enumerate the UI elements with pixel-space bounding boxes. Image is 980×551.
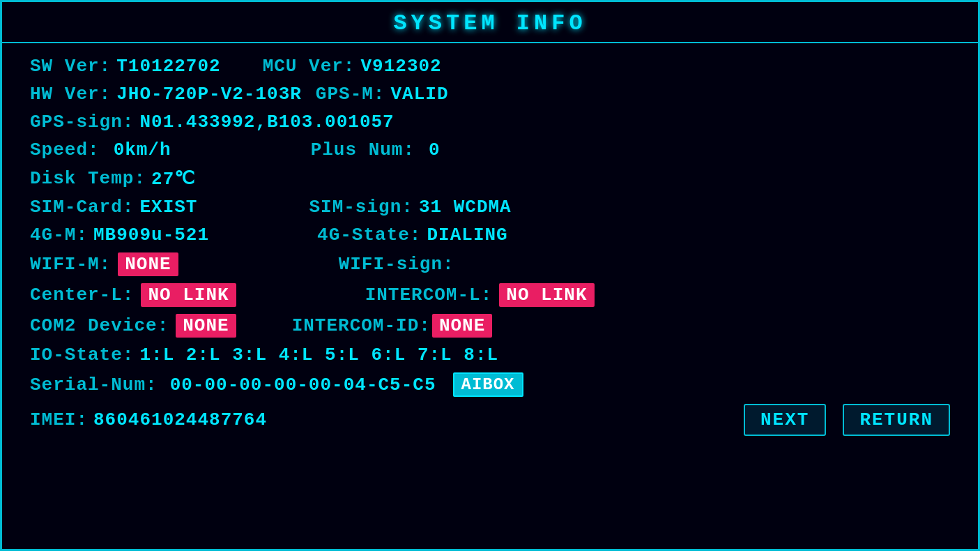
sim-sign-label: SIM-sign: — [309, 197, 413, 218]
next-button[interactable]: NEXT — [744, 404, 826, 436]
page-title: SYSTEM INFO — [393, 10, 586, 36]
screen: SYSTEM INFO SW Ver: T10122702 MCU Ver: V… — [0, 0, 980, 551]
row-serial: Serial-Num: 00-00-00-00-00-04-C5-C5 AIBO… — [30, 372, 950, 397]
disk-temp-value: 27℃ — [151, 167, 195, 190]
com2-badge: NONE — [176, 314, 236, 338]
content-area: SW Ver: T10122702 MCU Ver: V912302 HW Ve… — [2, 43, 978, 549]
intercom-l-label: INTERCOM-L: — [365, 285, 493, 305]
gps-sign-label: GPS-sign: — [30, 112, 134, 133]
gps-sign-value: N01.433992,B103.001057 — [139, 112, 394, 133]
sim-sign-value: 31 WCDMA — [419, 197, 512, 218]
row-speed-plus: Speed: 0km/h Plus Num: 0 — [30, 139, 950, 160]
intercom-id-badge: NONE — [432, 314, 492, 338]
aibox-badge: AIBOX — [453, 372, 523, 397]
sw-ver-value: T10122702 — [116, 56, 220, 77]
sim-card-value: EXIST — [139, 197, 197, 218]
imei-label: IMEI: — [30, 409, 88, 430]
mcu-ver-label: MCU Ver: — [263, 56, 355, 77]
wifi-m-label: WIFI-M: — [30, 254, 111, 275]
row-disk-temp: Disk Temp: 27℃ — [30, 167, 950, 190]
intercom-l-badge: NO LINK — [499, 283, 594, 307]
plus-num-value: 0 — [429, 139, 441, 160]
row-wifi: WIFI-M: NONE WIFI-sign: — [30, 252, 950, 276]
row-sim: SIM-Card: EXIST SIM-sign: 31 WCDMA — [30, 197, 950, 218]
imei-value: 860461024487764 — [93, 409, 267, 430]
disk-temp-label: Disk Temp: — [30, 168, 146, 189]
fg-m-value: MB909u-521 — [93, 225, 209, 246]
row-sw-mcu: SW Ver: T10122702 MCU Ver: V912302 — [30, 56, 950, 77]
gps-m-label: GPS-M: — [316, 84, 385, 105]
sw-ver-label: SW Ver: — [30, 56, 111, 77]
com2-label: COM2 Device: — [30, 315, 169, 336]
row-center-intercom: Center-L: NO LINK INTERCOM-L: NO LINK — [30, 283, 950, 307]
intercom-id-label: INTERCOM-ID: — [292, 315, 431, 336]
row-gps-sign: GPS-sign: N01.433992,B103.001057 — [30, 112, 950, 133]
speed-label: Speed: — [30, 139, 100, 160]
fg-state-label: 4G-State: — [317, 225, 421, 246]
row-com2-intercomid: COM2 Device: NONE INTERCOM-ID: NONE — [30, 314, 950, 338]
hw-ver-value: JHO-720P-V2-103R — [116, 84, 302, 105]
wifi-m-badge: NONE — [118, 252, 178, 276]
serial-num-value: 00-00-00-00-00-04-C5-C5 — [170, 375, 436, 395]
io-state-label: IO-State: — [30, 345, 134, 365]
center-l-label: Center-L: — [30, 285, 134, 305]
wifi-sign-label: WIFI-sign: — [339, 254, 454, 275]
gps-m-value: VALID — [390, 84, 448, 105]
title-bar: SYSTEM INFO — [2, 2, 978, 43]
row-io-state: IO-State: 1:L 2:L 3:L 4:L 5:L 6:L 7:L 8:… — [30, 345, 950, 365]
row-hw-gps: HW Ver: JHO-720P-V2-103R GPS-M: VALID — [30, 84, 950, 105]
fg-state-value: DIALING — [427, 225, 507, 246]
plus-num-label: Plus Num: — [311, 139, 415, 160]
fg-m-label: 4G-M: — [30, 225, 88, 246]
return-button[interactable]: RETURN — [843, 404, 950, 436]
row-4g: 4G-M: MB909u-521 4G-State: DIALING — [30, 225, 950, 246]
center-l-badge: NO LINK — [141, 283, 236, 307]
sim-card-label: SIM-Card: — [30, 197, 134, 218]
speed-value: 0km/h — [114, 139, 171, 160]
hw-ver-label: HW Ver: — [30, 84, 111, 105]
row-imei-btns: IMEI: 860461024487764 NEXT RETURN — [30, 404, 950, 436]
mcu-ver-value: V912302 — [360, 56, 441, 77]
serial-num-label: Serial-Num: — [30, 375, 158, 395]
io-state-value: 1:L 2:L 3:L 4:L 5:L 6:L 7:L 8:L — [139, 345, 498, 365]
